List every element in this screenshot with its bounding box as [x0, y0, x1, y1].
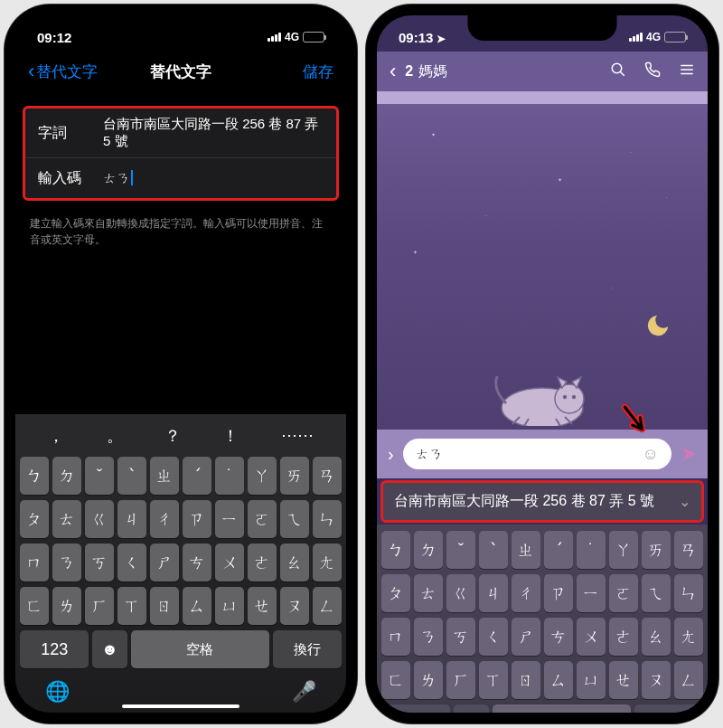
- back-button[interactable]: ‹: [390, 60, 396, 83]
- shortcut-value[interactable]: ㄊㄋ: [103, 170, 324, 187]
- key[interactable]: ˊ: [183, 457, 211, 495]
- key[interactable]: ㄚ: [248, 457, 277, 495]
- key[interactable]: ㄐ: [117, 500, 146, 538]
- key[interactable]: ㄡ: [280, 587, 309, 625]
- chat-body[interactable]: ✦ ✦ · · ✦ · ·: [377, 104, 708, 430]
- emoji-key[interactable]: ☻: [92, 630, 127, 668]
- key[interactable]: ㄇ: [20, 544, 49, 581]
- key[interactable]: ㄉ: [52, 457, 81, 495]
- key[interactable]: ㄣ: [313, 500, 342, 538]
- key[interactable]: ˙: [577, 531, 606, 569]
- key[interactable]: ㄆ: [20, 500, 49, 538]
- key[interactable]: ㄊ: [414, 574, 443, 612]
- key[interactable]: ㄥ: [313, 587, 342, 625]
- key[interactable]: ㄞ: [642, 531, 671, 569]
- key[interactable]: ㄘ: [544, 618, 573, 656]
- key[interactable]: ㄅ: [381, 531, 410, 569]
- key[interactable]: ㄤ: [674, 618, 703, 656]
- key[interactable]: ㄙ: [183, 587, 211, 625]
- key[interactable]: ㄢ: [674, 531, 703, 569]
- save-button[interactable]: 儲存: [303, 61, 333, 82]
- key[interactable]: ㄛ: [609, 574, 638, 612]
- key[interactable]: ㄑ: [117, 544, 146, 581]
- key[interactable]: ㄋ: [414, 618, 443, 656]
- back-button[interactable]: ‹ 替代文字: [28, 60, 98, 83]
- return-key[interactable]: 換行: [273, 630, 342, 668]
- send-button[interactable]: ➤: [681, 442, 697, 466]
- key[interactable]: ㄛ: [248, 500, 277, 538]
- key[interactable]: ㄝ: [248, 587, 277, 625]
- key[interactable]: ˙: [215, 457, 244, 495]
- punct-key[interactable]: 。: [107, 425, 123, 447]
- key[interactable]: ㄈ: [381, 661, 410, 699]
- phrase-value[interactable]: 台南市南區大同路一段 256 巷 87 弄 5 號: [103, 116, 324, 150]
- globe-icon[interactable]: 🌐: [45, 680, 70, 704]
- key[interactable]: ㄈ: [20, 587, 49, 625]
- expand-input-icon[interactable]: ›: [388, 444, 394, 465]
- key[interactable]: ㄌ: [52, 587, 81, 625]
- key[interactable]: ㄧ: [577, 574, 606, 612]
- search-icon[interactable]: [610, 61, 626, 82]
- key[interactable]: ㄣ: [674, 574, 703, 612]
- key[interactable]: ㄨ: [215, 544, 244, 581]
- key[interactable]: ㄗ: [183, 500, 211, 538]
- key[interactable]: ㄓ: [150, 457, 179, 495]
- key[interactable]: ㄢ: [313, 457, 342, 495]
- space-key[interactable]: 一聲: [493, 704, 631, 713]
- key[interactable]: ㄗ: [544, 574, 573, 612]
- ime-suggestion-highlight[interactable]: 台南市南區大同路一段 256 巷 87 弄 5 號 ⌄: [380, 480, 704, 523]
- key[interactable]: ˇ: [446, 531, 475, 569]
- key[interactable]: ㄡ: [642, 661, 671, 699]
- mic-icon[interactable]: 🎤: [292, 680, 316, 704]
- key[interactable]: ㄒ: [117, 587, 146, 625]
- numbers-key[interactable]: 123: [20, 630, 89, 668]
- key[interactable]: ˊ: [544, 531, 573, 569]
- phrase-row[interactable]: 字詞 台南市南區大同路一段 256 巷 87 弄 5 號: [25, 109, 336, 158]
- key[interactable]: ㄩ: [215, 587, 244, 625]
- key[interactable]: ㄧ: [215, 500, 244, 538]
- key[interactable]: ㄒ: [479, 661, 508, 699]
- key[interactable]: ㄠ: [280, 544, 309, 581]
- emoji-picker-icon[interactable]: ☺: [643, 445, 659, 464]
- key[interactable]: ㄥ: [674, 661, 703, 699]
- key[interactable]: ㄆ: [381, 574, 410, 612]
- key[interactable]: ㄍ: [85, 500, 114, 538]
- key[interactable]: ㄌ: [414, 661, 443, 699]
- key[interactable]: ㄎ: [85, 544, 114, 581]
- key[interactable]: ㄖ: [512, 661, 540, 699]
- space-key[interactable]: 空格: [131, 630, 269, 668]
- key[interactable]: ㄙ: [544, 661, 573, 699]
- punct-key[interactable]: ！: [222, 425, 239, 447]
- key[interactable]: ㄇ: [381, 618, 410, 656]
- key[interactable]: ㄤ: [313, 544, 342, 581]
- key[interactable]: ㄏ: [85, 587, 114, 625]
- key[interactable]: ㄚ: [609, 531, 638, 569]
- key[interactable]: ㄅ: [20, 457, 49, 495]
- key[interactable]: ㄕ: [150, 544, 179, 581]
- key[interactable]: ㄉ: [414, 531, 443, 569]
- key[interactable]: ㄕ: [512, 618, 540, 656]
- key[interactable]: ㄖ: [150, 587, 179, 625]
- punct-key[interactable]: ，: [48, 425, 64, 447]
- key[interactable]: ㄑ: [479, 618, 508, 656]
- key[interactable]: ㄟ: [280, 500, 309, 538]
- select-key[interactable]: 選定: [634, 704, 703, 713]
- punct-key[interactable]: ？: [164, 425, 181, 447]
- key[interactable]: ㄋ: [52, 544, 81, 581]
- key[interactable]: ㄔ: [150, 500, 179, 538]
- key[interactable]: ㄊ: [52, 500, 81, 538]
- key[interactable]: ˇ: [85, 457, 114, 495]
- shortcut-row[interactable]: 輸入碼 ㄊㄋ: [25, 158, 336, 198]
- emoji-key[interactable]: ☻: [454, 704, 488, 713]
- key[interactable]: ˋ: [479, 531, 508, 569]
- key[interactable]: ㄝ: [609, 661, 638, 699]
- key[interactable]: ㄘ: [183, 544, 211, 581]
- key[interactable]: ㄎ: [446, 618, 475, 656]
- key[interactable]: ㄐ: [479, 574, 508, 612]
- key[interactable]: ㄜ: [248, 544, 277, 581]
- key[interactable]: ㄩ: [577, 661, 606, 699]
- key[interactable]: ㄔ: [512, 574, 540, 612]
- home-indicator[interactable]: [122, 704, 239, 708]
- chevron-down-icon[interactable]: ⌄: [679, 493, 690, 510]
- key[interactable]: ˋ: [117, 457, 146, 495]
